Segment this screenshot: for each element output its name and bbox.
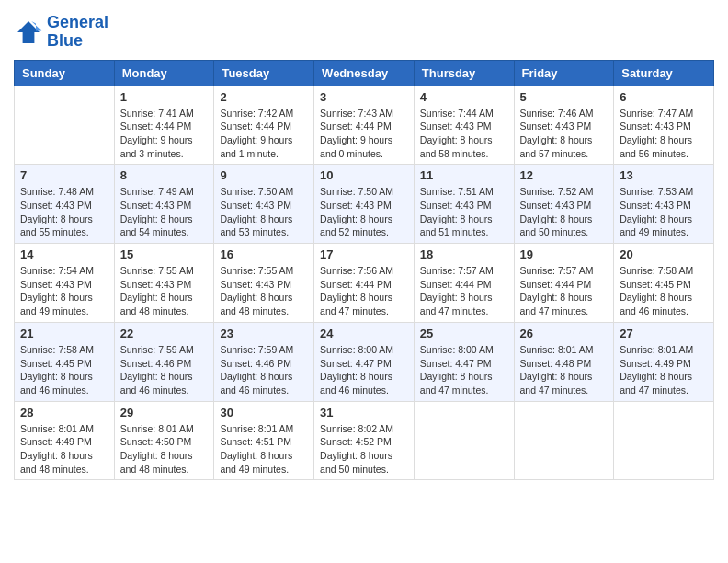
- svg-marker-0: [17, 21, 40, 43]
- day-info: Sunrise: 7:47 AMSunset: 4:43 PMDaylight:…: [620, 107, 708, 161]
- day-number: 23: [220, 327, 308, 340]
- day-cell: 20 Sunrise: 7:58 AMSunset: 4:45 PMDaylig…: [614, 244, 714, 323]
- day-number: 25: [420, 327, 508, 340]
- day-cell: 7 Sunrise: 7:48 AMSunset: 4:43 PMDayligh…: [15, 165, 115, 244]
- day-info: Sunrise: 7:42 AMSunset: 4:44 PMDaylight:…: [220, 107, 308, 161]
- day-info: Sunrise: 7:50 AMSunset: 4:43 PMDaylight:…: [320, 185, 408, 239]
- day-cell: 27 Sunrise: 8:01 AMSunset: 4:49 PMDaylig…: [614, 322, 714, 401]
- day-number: 22: [120, 327, 209, 340]
- week-row-0: 1 Sunrise: 7:41 AMSunset: 4:44 PMDayligh…: [15, 86, 714, 165]
- day-cell: 6 Sunrise: 7:47 AMSunset: 4:43 PMDayligh…: [614, 86, 714, 165]
- day-number: 6: [620, 90, 708, 104]
- day-info: Sunrise: 7:57 AMSunset: 4:44 PMDaylight:…: [420, 264, 508, 318]
- day-info: Sunrise: 7:55 AMSunset: 4:43 PMDaylight:…: [120, 264, 209, 318]
- day-number: 26: [520, 327, 609, 340]
- day-info: Sunrise: 7:53 AMSunset: 4:43 PMDaylight:…: [620, 185, 708, 239]
- day-number: 12: [520, 168, 609, 182]
- day-number: 15: [120, 247, 209, 261]
- week-row-4: 28 Sunrise: 8:01 AMSunset: 4:49 PMDaylig…: [15, 401, 714, 480]
- day-number: 21: [20, 327, 108, 340]
- day-info: Sunrise: 7:51 AMSunset: 4:43 PMDaylight:…: [420, 185, 508, 239]
- day-cell: 24 Sunrise: 8:00 AMSunset: 4:47 PMDaylig…: [314, 322, 415, 401]
- day-cell: 18 Sunrise: 7:57 AMSunset: 4:44 PMDaylig…: [414, 244, 514, 323]
- day-number: 16: [220, 247, 308, 261]
- day-cell: [15, 86, 115, 165]
- day-cell: 4 Sunrise: 7:44 AMSunset: 4:43 PMDayligh…: [414, 86, 514, 165]
- day-cell: 3 Sunrise: 7:43 AMSunset: 4:44 PMDayligh…: [314, 86, 415, 165]
- day-number: 24: [320, 327, 408, 340]
- day-cell: 30 Sunrise: 8:01 AMSunset: 4:51 PMDaylig…: [214, 401, 314, 480]
- day-cell: 26 Sunrise: 8:01 AMSunset: 4:48 PMDaylig…: [514, 322, 614, 401]
- day-cell: 21 Sunrise: 7:58 AMSunset: 4:45 PMDaylig…: [15, 322, 115, 401]
- day-info: Sunrise: 7:57 AMSunset: 4:44 PMDaylight:…: [520, 264, 609, 318]
- day-info: Sunrise: 7:49 AMSunset: 4:43 PMDaylight:…: [120, 185, 209, 239]
- day-cell: 12 Sunrise: 7:52 AMSunset: 4:43 PMDaylig…: [514, 165, 614, 244]
- day-info: Sunrise: 7:41 AMSunset: 4:44 PMDaylight:…: [120, 107, 209, 161]
- day-cell: 25 Sunrise: 8:00 AMSunset: 4:47 PMDaylig…: [414, 322, 514, 401]
- day-cell: 2 Sunrise: 7:42 AMSunset: 4:44 PMDayligh…: [214, 86, 314, 165]
- day-cell: 22 Sunrise: 7:59 AMSunset: 4:46 PMDaylig…: [114, 322, 214, 401]
- day-number: 20: [620, 247, 708, 261]
- day-info: Sunrise: 8:00 AMSunset: 4:47 PMDaylight:…: [320, 343, 408, 397]
- day-info: Sunrise: 7:46 AMSunset: 4:43 PMDaylight:…: [520, 107, 609, 161]
- day-number: 7: [20, 168, 108, 182]
- day-number: 4: [420, 90, 508, 104]
- day-info: Sunrise: 8:02 AMSunset: 4:52 PMDaylight:…: [320, 422, 408, 477]
- day-info: Sunrise: 7:50 AMSunset: 4:43 PMDaylight:…: [220, 185, 308, 239]
- day-cell: 9 Sunrise: 7:50 AMSunset: 4:43 PMDayligh…: [214, 165, 314, 244]
- day-info: Sunrise: 8:01 AMSunset: 4:50 PMDaylight:…: [120, 422, 209, 477]
- day-number: 30: [220, 406, 308, 419]
- day-number: 29: [120, 406, 209, 419]
- day-number: 1: [120, 90, 209, 104]
- day-number: 19: [520, 247, 609, 261]
- day-cell: 13 Sunrise: 7:53 AMSunset: 4:43 PMDaylig…: [614, 165, 714, 244]
- calendar: SundayMondayTuesdayWednesdayThursdayFrid…: [14, 60, 714, 481]
- header-wednesday: Wednesday: [314, 60, 415, 86]
- day-cell: 10 Sunrise: 7:50 AMSunset: 4:43 PMDaylig…: [314, 165, 415, 244]
- day-info: Sunrise: 8:01 AMSunset: 4:49 PMDaylight:…: [20, 422, 108, 477]
- logo: General Blue: [14, 14, 108, 51]
- day-info: Sunrise: 7:58 AMSunset: 4:45 PMDaylight:…: [20, 343, 108, 397]
- week-row-3: 21 Sunrise: 7:58 AMSunset: 4:45 PMDaylig…: [15, 322, 714, 401]
- day-cell: 11 Sunrise: 7:51 AMSunset: 4:43 PMDaylig…: [414, 165, 514, 244]
- day-info: Sunrise: 7:54 AMSunset: 4:43 PMDaylight:…: [20, 264, 108, 318]
- day-number: 9: [220, 168, 308, 182]
- day-number: 8: [120, 168, 209, 182]
- calendar-header-row: SundayMondayTuesdayWednesdayThursdayFrid…: [15, 60, 714, 86]
- day-info: Sunrise: 7:44 AMSunset: 4:43 PMDaylight:…: [420, 107, 508, 161]
- header-saturday: Saturday: [614, 60, 714, 86]
- day-number: 27: [620, 327, 708, 340]
- day-cell: 15 Sunrise: 7:55 AMSunset: 4:43 PMDaylig…: [114, 244, 214, 323]
- logo-text: General Blue: [47, 14, 108, 51]
- header-friday: Friday: [514, 60, 614, 86]
- day-number: 31: [320, 406, 408, 419]
- week-row-2: 14 Sunrise: 7:54 AMSunset: 4:43 PMDaylig…: [15, 244, 714, 323]
- day-info: Sunrise: 7:56 AMSunset: 4:44 PMDaylight:…: [320, 264, 408, 318]
- day-cell: 17 Sunrise: 7:56 AMSunset: 4:44 PMDaylig…: [314, 244, 415, 323]
- logo-icon: [14, 17, 43, 47]
- day-info: Sunrise: 7:48 AMSunset: 4:43 PMDaylight:…: [20, 185, 108, 239]
- day-info: Sunrise: 7:59 AMSunset: 4:46 PMDaylight:…: [120, 343, 209, 397]
- day-info: Sunrise: 8:01 AMSunset: 4:49 PMDaylight:…: [620, 343, 708, 397]
- day-cell: 28 Sunrise: 8:01 AMSunset: 4:49 PMDaylig…: [15, 401, 115, 480]
- day-cell: 1 Sunrise: 7:41 AMSunset: 4:44 PMDayligh…: [114, 86, 214, 165]
- day-number: 17: [320, 247, 408, 261]
- day-cell: 29 Sunrise: 8:01 AMSunset: 4:50 PMDaylig…: [114, 401, 214, 480]
- day-info: Sunrise: 8:01 AMSunset: 4:48 PMDaylight:…: [520, 343, 609, 397]
- day-number: 14: [20, 247, 108, 261]
- day-info: Sunrise: 7:59 AMSunset: 4:46 PMDaylight:…: [220, 343, 308, 397]
- day-cell: 31 Sunrise: 8:02 AMSunset: 4:52 PMDaylig…: [314, 401, 415, 480]
- day-number: 11: [420, 168, 508, 182]
- day-info: Sunrise: 7:43 AMSunset: 4:44 PMDaylight:…: [320, 107, 408, 161]
- day-number: 28: [20, 406, 108, 419]
- day-number: 2: [220, 90, 308, 104]
- day-info: Sunrise: 7:55 AMSunset: 4:43 PMDaylight:…: [220, 264, 308, 318]
- day-cell: 16 Sunrise: 7:55 AMSunset: 4:43 PMDaylig…: [214, 244, 314, 323]
- day-info: Sunrise: 8:00 AMSunset: 4:47 PMDaylight:…: [420, 343, 508, 397]
- day-number: 13: [620, 168, 708, 182]
- day-info: Sunrise: 8:01 AMSunset: 4:51 PMDaylight:…: [220, 422, 308, 477]
- day-cell: 23 Sunrise: 7:59 AMSunset: 4:46 PMDaylig…: [214, 322, 314, 401]
- day-number: 10: [320, 168, 408, 182]
- day-cell: 19 Sunrise: 7:57 AMSunset: 4:44 PMDaylig…: [514, 244, 614, 323]
- week-row-1: 7 Sunrise: 7:48 AMSunset: 4:43 PMDayligh…: [15, 165, 714, 244]
